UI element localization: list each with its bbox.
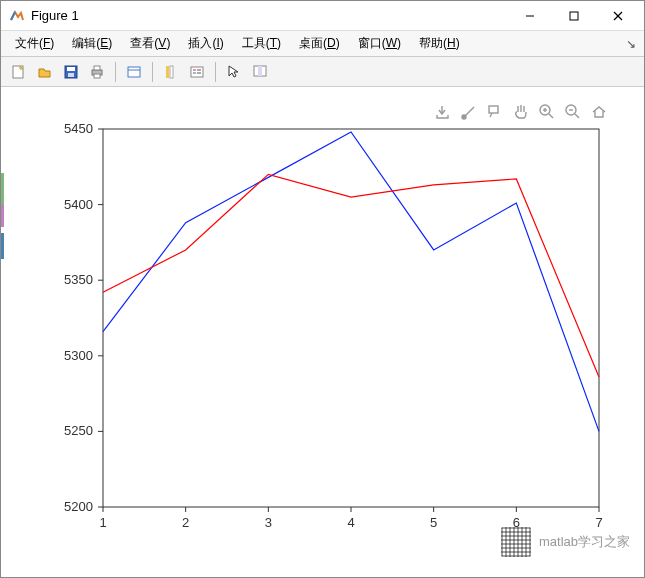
menu-tools[interactable]: 工具(T) (234, 32, 289, 55)
xtick-label: 5 (430, 515, 437, 530)
separator (152, 62, 153, 82)
menubar-overflow-icon[interactable]: ↘ (626, 37, 636, 51)
new-figure-button[interactable] (7, 60, 31, 84)
svg-rect-6 (67, 67, 75, 71)
separator (215, 62, 216, 82)
matlab-logo-icon (9, 8, 25, 24)
series-series_blue[interactable] (103, 132, 599, 431)
xtick-label: 1 (99, 515, 106, 530)
menu-desktop[interactable]: 桌面(D) (291, 32, 348, 55)
maximize-button[interactable] (552, 2, 596, 30)
link-button[interactable] (122, 60, 146, 84)
chart-svg[interactable]: 5200525053005350540054501234567 (1, 87, 645, 578)
data-cursor-button[interactable] (248, 60, 272, 84)
svg-rect-10 (94, 74, 100, 78)
xtick-label: 2 (182, 515, 189, 530)
menu-view[interactable]: 查看(V) (122, 32, 178, 55)
print-button[interactable] (85, 60, 109, 84)
xtick-label: 4 (347, 515, 354, 530)
svg-rect-15 (191, 67, 203, 77)
xtick-label: 3 (265, 515, 272, 530)
menu-insert[interactable]: 插入(I) (180, 32, 231, 55)
svg-rect-21 (258, 66, 262, 76)
axes-box (103, 129, 599, 507)
ytick-label: 5450 (64, 121, 93, 136)
svg-rect-9 (94, 66, 100, 70)
toolbar (1, 57, 644, 87)
menu-help[interactable]: 帮助(H) (411, 32, 468, 55)
plot-area: 5200525053005350540054501234567 matlab学习… (1, 87, 644, 577)
svg-rect-11 (128, 67, 140, 77)
ytick-label: 5350 (64, 272, 93, 287)
colorbar-button[interactable] (159, 60, 183, 84)
save-button[interactable] (59, 60, 83, 84)
separator (115, 62, 116, 82)
menu-edit[interactable]: 编辑(E) (64, 32, 120, 55)
svg-rect-7 (68, 73, 74, 77)
minimize-button[interactable] (508, 2, 552, 30)
ytick-label: 5300 (64, 348, 93, 363)
xtick-label: 7 (595, 515, 602, 530)
xtick-label: 6 (513, 515, 520, 530)
menu-file[interactable]: 文件(F) (7, 32, 62, 55)
legend-button[interactable] (185, 60, 209, 84)
close-button[interactable] (596, 2, 640, 30)
window-title: Figure 1 (31, 8, 508, 23)
series-series_red[interactable] (103, 174, 599, 377)
ytick-label: 5400 (64, 197, 93, 212)
edit-plot-button[interactable] (222, 60, 246, 84)
svg-rect-14 (170, 66, 173, 78)
ytick-label: 5250 (64, 423, 93, 438)
menu-window[interactable]: 窗口(W) (350, 32, 409, 55)
svg-rect-1 (570, 12, 578, 20)
titlebar: Figure 1 (1, 1, 644, 31)
menubar: 文件(F) 编辑(E) 查看(V) 插入(I) 工具(T) 桌面(D) 窗口(W… (1, 31, 644, 57)
ytick-label: 5200 (64, 499, 93, 514)
svg-rect-13 (166, 66, 169, 78)
open-button[interactable] (33, 60, 57, 84)
